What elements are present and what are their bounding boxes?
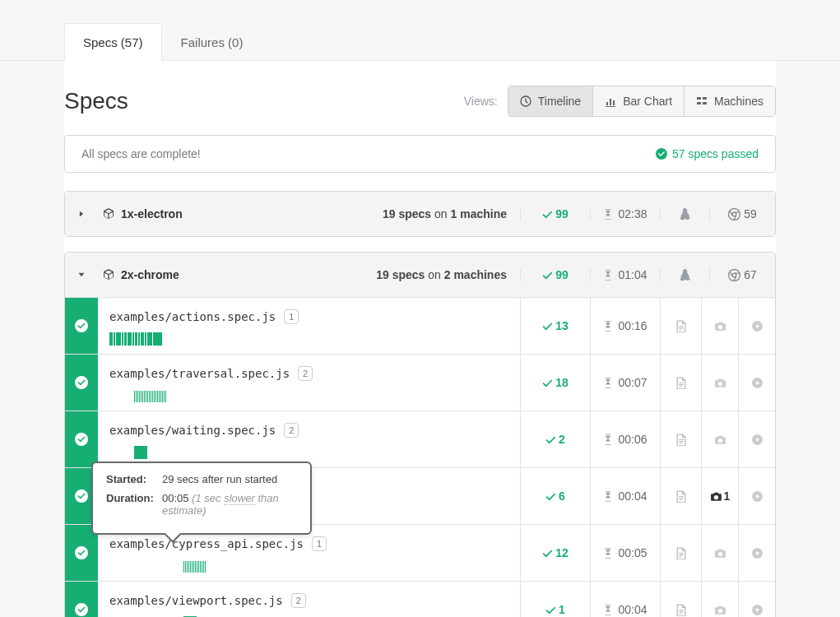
play-icon	[751, 434, 763, 446]
screenshot-count: 1	[724, 489, 731, 503]
view-machines-button[interactable]: Machines	[685, 86, 775, 116]
machines-icon	[696, 95, 708, 107]
views-toggle-group: Timeline Bar Chart Machines	[508, 86, 776, 117]
play-icon	[751, 320, 763, 332]
spec-duration: 00:07	[618, 376, 647, 389]
hourglass-icon	[603, 269, 613, 281]
spec-output-button[interactable]	[660, 411, 701, 467]
browser-version: 59	[744, 207, 757, 220]
play-icon	[751, 490, 763, 503]
check-icon	[542, 209, 552, 219]
spec-row[interactable]: Started: 29 secs after run started Durat…	[65, 467, 775, 524]
camera-icon	[714, 377, 726, 389]
linux-icon	[679, 208, 691, 220]
spec-output-button[interactable]	[660, 298, 701, 354]
chrome-icon	[728, 269, 740, 281]
check-circle-icon	[75, 376, 88, 389]
hourglass-icon	[603, 377, 613, 388]
spec-screenshots-button[interactable]	[701, 355, 738, 411]
check-icon	[542, 270, 552, 280]
spec-output-button[interactable]	[660, 468, 701, 524]
check-circle-icon	[656, 148, 667, 160]
spec-file-name: examples/actions.spec.js	[109, 310, 276, 323]
check-circle-icon	[75, 603, 88, 616]
spec-row[interactable]: examples/actions.spec.js 1 13 00:16	[65, 297, 775, 354]
play-icon	[751, 547, 763, 559]
check-icon	[542, 378, 552, 387]
spec-passed-count: 18	[555, 376, 569, 389]
view-timeline-label: Timeline	[538, 95, 581, 108]
spec-passed-count: 1	[559, 603, 565, 616]
spec-screenshots-button[interactable]	[701, 525, 738, 581]
spec-screenshots-button[interactable]: 1	[701, 468, 738, 524]
spec-output-button[interactable]	[660, 355, 701, 411]
hourglass-icon	[603, 320, 613, 332]
page-title: Specs	[64, 88, 128, 114]
spec-group: 1x-electron 19 specs on 1 machine 99 02:…	[64, 191, 776, 237]
tooltip-duration-label: Duration:	[106, 492, 155, 517]
file-icon	[675, 547, 687, 559]
spec-group: 2x-chrome 19 specs on 2 machines 99 01:0…	[64, 252, 776, 617]
spec-output-button[interactable]	[660, 582, 701, 617]
spec-screenshots-button[interactable]	[701, 582, 738, 617]
check-circle-icon	[75, 546, 88, 559]
spec-row[interactable]: examples/viewport.spec.js 2 1 00:04	[65, 581, 775, 617]
banner-passed-count: 57 specs passed	[672, 147, 759, 160]
cube-icon	[103, 208, 114, 220]
caret-down-icon	[77, 271, 86, 279]
tab-failures[interactable]: Failures (0)	[162, 23, 262, 61]
linux-icon	[679, 269, 691, 281]
spec-machine-badge: 1	[284, 309, 299, 324]
spec-video-button[interactable]	[738, 298, 775, 354]
spec-machine-badge: 1	[312, 536, 327, 551]
view-timeline-button[interactable]: Timeline	[508, 86, 593, 116]
chrome-icon	[728, 208, 740, 220]
spec-passed-count: 2	[559, 433, 565, 446]
spec-video-button[interactable]	[738, 355, 775, 411]
spec-timeline-bars	[109, 559, 508, 573]
tooltip-duration-value: 00:05	[162, 492, 189, 504]
camera-icon	[714, 547, 726, 559]
group-header-row[interactable]: 1x-electron 19 specs on 1 machine 99 02:…	[65, 192, 775, 236]
spec-machine-badge: 2	[284, 423, 299, 438]
spec-machine-badge: 2	[291, 593, 306, 608]
play-icon	[751, 377, 763, 389]
spec-video-button[interactable]	[738, 525, 775, 581]
spec-duration: 00:16	[618, 319, 647, 332]
group-name: 1x-electron	[121, 207, 183, 220]
check-circle-icon	[75, 489, 88, 503]
hourglass-icon	[603, 208, 613, 220]
spec-video-button[interactable]	[738, 582, 775, 617]
group-passed-count: 99	[555, 207, 569, 220]
spec-passed-count: 6	[559, 489, 565, 503]
spec-video-button[interactable]	[738, 468, 775, 524]
group-header-row[interactable]: 2x-chrome 19 specs on 2 machines 99 01:0…	[65, 253, 775, 297]
group-specs-summary: 19 specs on 2 machines	[364, 268, 520, 281]
spec-output-button[interactable]	[660, 525, 701, 581]
spec-passed-count: 12	[555, 546, 569, 559]
check-icon	[545, 605, 555, 615]
group-specs-summary: 19 specs on 1 machine	[364, 207, 520, 220]
file-icon	[675, 377, 687, 389]
camera-icon	[714, 434, 726, 446]
hourglass-icon	[603, 604, 613, 615]
view-barchart-button[interactable]: Bar Chart	[593, 86, 685, 116]
hourglass-icon	[603, 434, 613, 445]
spec-row[interactable]: examples/waiting.spec.js 2 2 00:06	[65, 411, 775, 467]
spec-screenshots-button[interactable]	[701, 411, 738, 467]
spec-video-button[interactable]	[738, 411, 775, 467]
spec-duration: 00:05	[618, 546, 647, 559]
spec-tooltip: Started: 29 secs after run started Durat…	[91, 462, 312, 535]
spec-file-name: examples/traversal.spec.js	[109, 367, 290, 380]
tab-specs[interactable]: Specs (57)	[64, 23, 162, 61]
spec-screenshots-button[interactable]	[701, 298, 738, 354]
view-machines-label: Machines	[714, 95, 763, 108]
check-icon	[545, 491, 555, 501]
spec-file-name: examples/waiting.spec.js	[109, 424, 276, 437]
tooltip-started-value: 29 secs after run started	[162, 473, 277, 485]
spec-file-name: examples/viewport.spec.js	[109, 594, 283, 607]
spec-timeline-bars	[109, 332, 508, 346]
file-icon	[675, 490, 687, 503]
spec-status-passed	[65, 582, 98, 617]
spec-row[interactable]: examples/traversal.spec.js 2 18 00:07	[65, 354, 775, 411]
